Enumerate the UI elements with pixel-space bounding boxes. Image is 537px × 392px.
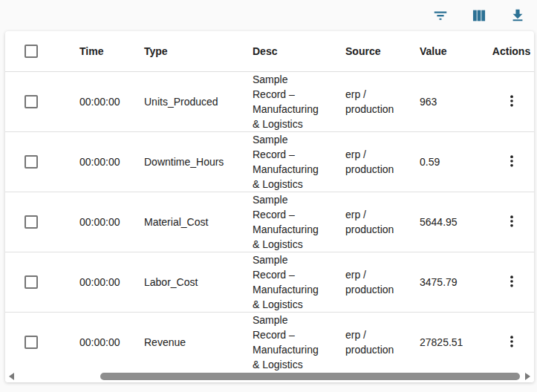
data-table-card: Time Type Desc Source Value Actions 00:0… [5, 31, 534, 382]
row-checkbox[interactable] [25, 155, 38, 169]
cell-desc: Sample Record – Manufacturing & Logistic… [253, 252, 321, 312]
cell-desc: Sample Record – Manufacturing & Logistic… [253, 313, 321, 372]
cell-source: erp / production [345, 327, 399, 357]
kebab-menu-icon [504, 274, 519, 291]
cell-source: erp / production [345, 87, 399, 117]
cell-type: Units_Produced [144, 96, 253, 108]
cell-value: 27825.51 [420, 336, 489, 348]
filter-button[interactable] [431, 6, 450, 25]
columns-button[interactable] [469, 6, 489, 25]
cell-time: 00:00:00 [79, 336, 144, 348]
cell-type: Revenue [144, 336, 253, 348]
cell-type: Labor_Cost [144, 276, 253, 288]
kebab-menu-icon [504, 214, 519, 231]
row-checkbox[interactable] [25, 336, 38, 349]
scroll-left-arrow[interactable] [9, 373, 14, 380]
row-actions-button[interactable] [503, 212, 521, 232]
cell-time: 00:00:00 [79, 156, 144, 168]
column-header-type: Type [144, 45, 253, 57]
select-all-checkbox[interactable] [25, 45, 38, 58]
row-checkbox[interactable] [25, 275, 38, 289]
table-row: 00:00:00 Labor_Cost Sample Record – Manu… [5, 252, 534, 313]
filter-icon [432, 7, 449, 24]
scroll-right-arrow[interactable] [525, 373, 530, 380]
cell-time: 00:00:00 [79, 276, 144, 288]
scrollbar-thumb[interactable] [100, 373, 520, 380]
kebab-menu-icon [504, 154, 519, 171]
cell-type: Downtime_Hours [144, 156, 253, 168]
cell-time: 00:00:00 [79, 216, 144, 228]
cell-value: 0.59 [420, 156, 489, 168]
cell-source: erp / production [345, 267, 399, 297]
table-row: 00:00:00 Downtime_Hours Sample Record – … [5, 132, 534, 192]
cell-value: 963 [420, 96, 489, 108]
cell-desc: Sample Record – Manufacturing & Logistic… [253, 72, 321, 131]
row-actions-button[interactable] [503, 272, 521, 292]
cell-source: erp / production [345, 147, 399, 177]
cell-desc: Sample Record – Manufacturing & Logistic… [253, 192, 321, 252]
table-row: 00:00:00 Material_Cost Sample Record – M… [5, 192, 534, 252]
kebab-menu-icon [504, 94, 519, 111]
kebab-menu-icon [504, 334, 519, 351]
row-actions-button[interactable] [503, 333, 521, 352]
column-header-desc: Desc [253, 45, 345, 57]
cell-desc: Sample Record – Manufacturing & Logistic… [253, 132, 321, 192]
row-actions-button[interactable] [503, 92, 521, 111]
table-toolbar [0, 0, 537, 31]
row-actions-button[interactable] [503, 152, 521, 172]
row-checkbox[interactable] [25, 95, 38, 108]
column-header-time: Time [79, 45, 144, 57]
column-header-source: Source [345, 45, 420, 57]
cell-type: Material_Cost [144, 216, 253, 228]
table-header-row: Time Type Desc Source Value Actions [5, 31, 534, 72]
cell-value: 3475.79 [420, 276, 489, 288]
table-row: 00:00:00 Revenue Sample Record – Manufac… [5, 313, 534, 373]
download-button[interactable] [508, 6, 527, 25]
cell-source: erp / production [345, 207, 399, 237]
row-checkbox[interactable] [25, 215, 38, 229]
column-header-actions: Actions [489, 45, 534, 57]
cell-time: 00:00:00 [79, 96, 144, 108]
download-icon [510, 7, 526, 24]
cell-value: 5644.95 [420, 216, 489, 228]
table-row: 00:00:00 Units_Produced Sample Record – … [5, 72, 534, 132]
column-header-value: Value [420, 45, 489, 57]
horizontal-scrollbar [5, 371, 534, 382]
columns-icon [471, 7, 487, 24]
